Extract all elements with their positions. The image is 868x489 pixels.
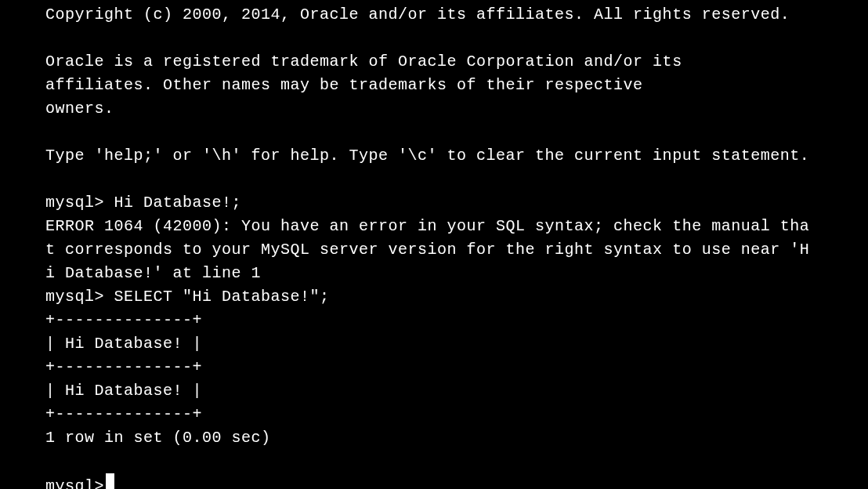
trademark-text-line3: owners. — [45, 97, 823, 121]
query-result-summary: 1 row in set (0.00 sec) — [45, 426, 823, 450]
mysql-prompt-command2: mysql> SELECT "Hi Database!"; — [45, 285, 823, 309]
error-output-line1: ERROR 1064 (42000): You have an error in… — [45, 215, 823, 238]
trademark-text-line1: Oracle is a registered trademark of Orac… — [45, 50, 823, 74]
table-border-top: +--------------+ — [45, 309, 823, 332]
copyright-text: Copyright (c) 2000, 2014, Oracle and/or … — [45, 3, 823, 27]
table-border-bottom: +--------------+ — [45, 403, 823, 426]
table-border-middle: +--------------+ — [45, 356, 823, 379]
blank-line — [45, 121, 823, 144]
trademark-text-line2: affiliates. Other names may be trademark… — [45, 74, 823, 97]
blank-line — [45, 168, 823, 191]
mysql-prompt-command1: mysql> Hi Database!; — [45, 191, 823, 215]
blank-line — [45, 27, 823, 50]
table-data-row: | Hi Database! | — [45, 379, 823, 403]
table-header-row: | Hi Database! | — [45, 332, 823, 356]
help-text: Type 'help;' or '\h' for help. Type '\c'… — [45, 144, 823, 168]
error-output-line2: t corresponds to your MySQL server versi… — [45, 238, 823, 262]
error-output-line3: i Database!' at line 1 — [45, 262, 823, 285]
blank-line — [45, 450, 823, 473]
mysql-prompt-text: mysql> — [45, 475, 104, 489]
mysql-prompt-active[interactable]: mysql> — [45, 473, 823, 489]
cursor-icon — [106, 473, 114, 489]
